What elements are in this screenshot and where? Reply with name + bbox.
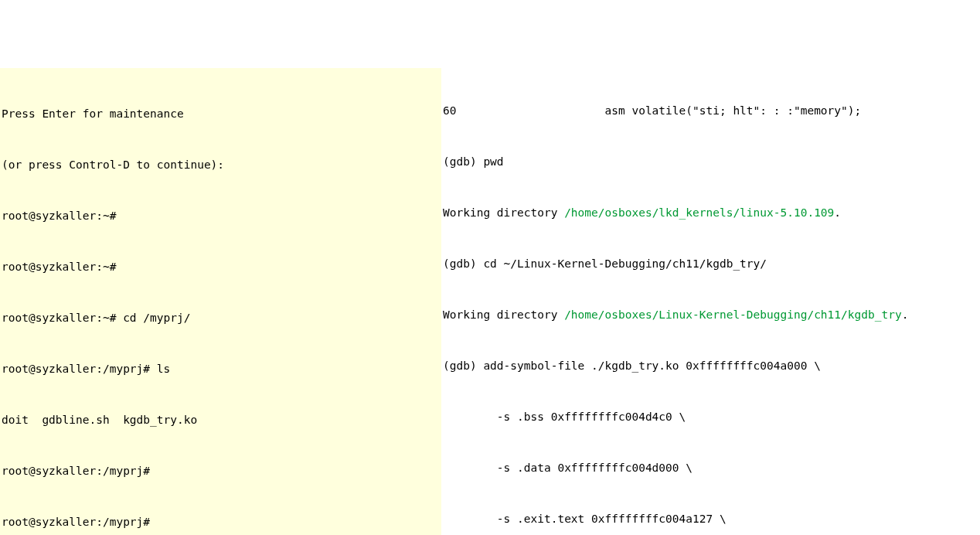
right-terminal-gdb[interactable]: 60 asm volatile("sti; hlt": : :"memory")… bbox=[441, 68, 980, 535]
term-line: -s .bss 0xffffffffc004d4c0 \ bbox=[443, 408, 980, 425]
term-line: root@syzkaller:/myprj# bbox=[2, 462, 440, 479]
path-text: /home/osboxes/lkd_kernels/linux-5.10.109 bbox=[564, 206, 834, 219]
term-line: -s .data 0xffffffffc004d000 \ bbox=[443, 459, 980, 476]
term-line: root@syzkaller:/myprj# ls bbox=[2, 360, 440, 377]
term-line: doit gdbline.sh kgdb_try.ko bbox=[2, 411, 440, 428]
term-line: root@syzkaller:~# cd /myprj/ bbox=[2, 309, 440, 326]
term-line: (gdb) pwd bbox=[443, 153, 980, 170]
term-line: Press Enter for maintenance bbox=[2, 105, 440, 122]
term-line: root@syzkaller:~# bbox=[2, 207, 440, 224]
term-line: Working directory /home/osboxes/Linux-Ke… bbox=[443, 306, 980, 323]
path-text: /home/osboxes/Linux-Kernel-Debugging/ch1… bbox=[564, 308, 902, 321]
term-line: Working directory /home/osboxes/lkd_kern… bbox=[443, 204, 980, 221]
split-terminal: Press Enter for maintenance (or press Co… bbox=[0, 68, 980, 535]
left-terminal[interactable]: Press Enter for maintenance (or press Co… bbox=[0, 68, 441, 535]
term-line: (gdb) cd ~/Linux-Kernel-Debugging/ch11/k… bbox=[443, 255, 980, 272]
term-line: -s .exit.text 0xffffffffc004a127 \ bbox=[443, 510, 980, 527]
term-line: (or press Control-D to continue): bbox=[2, 156, 440, 173]
term-line: (gdb) add-symbol-file ./kgdb_try.ko 0xff… bbox=[443, 357, 980, 374]
term-line: 60 asm volatile("sti; hlt": : :"memory")… bbox=[443, 102, 980, 119]
term-line: root@syzkaller:/myprj# bbox=[2, 513, 440, 530]
left-output-top: Press Enter for maintenance (or press Co… bbox=[0, 68, 441, 535]
term-line: root@syzkaller:~# bbox=[2, 258, 440, 275]
